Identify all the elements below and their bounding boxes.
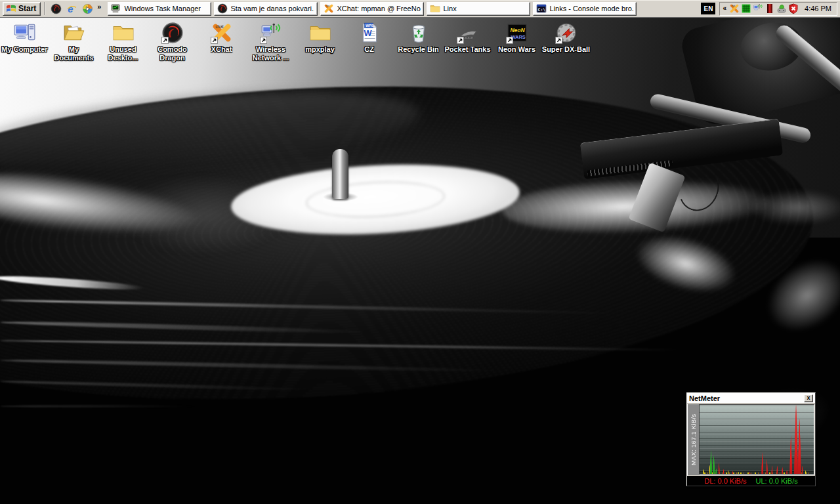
language-indicator[interactable]: EN [701,3,715,14]
super-dxball-icon [555,22,578,44]
comodo-dragon-icon [51,3,62,14]
netmeter-upload-label: UL: 0.0 KiB/s [756,477,798,485]
windows-logo-icon [6,3,16,14]
desktop-icon-cz[interactable]: WPSWCZ [345,22,394,62]
task-button-windows-task-manager[interactable]: Windows Task Manager [108,2,211,16]
desktop-icon-row: My ComputerMy DocumentsUnused Deskto...C… [0,22,591,62]
desktop-icon-label: Unused Deskto... [99,45,148,62]
netmeter-close-button[interactable]: x [804,394,813,402]
folder-icon [112,22,135,44]
task-button-label: XChat: mpman @ FreeNo... [337,5,421,12]
desktop-icon-my-documents[interactable]: My Documents [49,22,98,62]
tonearm-cartridge [628,163,685,233]
wireless-icon [260,22,282,44]
security-shield-icon[interactable] [788,3,799,14]
netmeter-spike [713,455,715,474]
folder-icon [430,3,440,14]
wireless-icon[interactable] [753,3,763,14]
desktop-icon-comodo-dragon[interactable]: Comodo Dragon [148,22,197,62]
tonearm-pivot-knob [736,18,806,75]
shortcut-arrow-icon [555,37,562,44]
svg-text:NeoN: NeoN [510,27,525,33]
taskbar-clock[interactable]: 4:46 PM [805,5,831,12]
task-button-links-console-mode-bro[interactable]: C:\Links - Console mode bro... [533,2,637,16]
spindle-shadow [323,192,358,201]
desktop-icon-neon-wars[interactable]: NeoNWARSNeon Wars [492,22,541,62]
desktop-icon-label: CZ [364,45,374,54]
my-documents-icon [63,22,85,44]
comodo-dragon-icon [161,22,184,44]
netmeter-download-label: DL: 0.0 KiB/s [704,477,746,485]
comodo-vert-icon[interactable] [765,3,775,14]
desktop-icon-xchat[interactable]: chatXChat [197,22,246,62]
vinyl-highlight-left [0,162,206,247]
tonearm-headshell [580,119,784,180]
desktop-icon-label: mpxplay [305,45,335,54]
desktop-icon-mpxplay[interactable]: mpxplay [295,22,345,62]
svg-text:chat: chat [326,5,330,7]
platter-band [0,380,315,392]
desktop-icon-label: Neon Wars [498,45,536,54]
netmeter-footer: DL: 0.0 KiB/s UL: 0.0 KiB/s [687,476,815,486]
platter-band [0,358,499,373]
game-green-icon[interactable] [776,3,787,14]
tonearm-wire [673,160,725,217]
netmeter-spike [797,418,802,474]
desktop-icon-label: Super DX-Ball [542,45,590,54]
system-tray: « chat 4:46 PM [719,2,837,16]
desktop-icon-wireless-network[interactable]: Wireless Network ... [246,22,295,62]
shortcut-arrow-icon [211,37,218,44]
vinyl-label [230,158,522,242]
shortcut-arrow-icon [260,37,267,44]
netmeter-spike [793,404,799,474]
vinyl-record-edge [0,77,422,189]
pocket-tanks-icon [457,22,479,44]
netmeter-title: NetMeter [689,394,720,402]
vinyl-blur-zone [118,175,289,254]
desktop-icon-recycle-bin[interactable]: Recycle Bin [394,22,443,62]
platter-band [0,320,368,335]
netmeter-body: MAX: 167.1 KiB/s [688,404,814,475]
task-manager-icon [111,3,121,14]
folder-icon [309,22,331,44]
desktop-icon-unused-deskto[interactable]: Unused Deskto... [98,22,148,62]
start-button[interactable]: Start [3,2,41,16]
desktop-icon-pocket-tanks[interactable]: Pocket Tanks [443,22,492,62]
tonearm-tube-lower [649,93,812,144]
task-button-linx[interactable]: Linx [427,2,530,16]
desktop-icon-my-computer[interactable]: My Computer [0,22,49,62]
quick-launch-overflow-button[interactable]: » [96,3,103,14]
svg-text:e: e [68,3,73,14]
netmeter-max-label: MAX: 167.1 KiB/s [688,404,699,475]
start-button-label: Start [18,4,36,13]
vinyl-highlight-far-right [748,190,840,225]
media-player-quicklaunch-button[interactable] [80,2,94,15]
xchat-icon[interactable]: chat [729,3,740,14]
tray-collapse-button[interactable]: « [723,5,728,13]
recycle-bin-icon [408,22,430,44]
svg-text:WPS: WPS [366,24,374,28]
task-button-label: Windows Task Manager [124,5,201,12]
desktop-icon-label: XChat [211,45,232,54]
netmeter-grid-icon[interactable] [741,3,751,14]
desktop[interactable]: My ComputerMy DocumentsUnused Deskto...C… [0,18,840,504]
desktop-icon-label: Comodo Dragon [148,45,197,62]
netmeter-window[interactable]: NetMeter x MAX: 167.1 KiB/s DL: 0.0 KiB/… [686,392,816,486]
desktop-icon-label: Pocket Tanks [444,45,490,54]
quick-launch: e [49,2,94,15]
desktop-icon-super-dx-ball[interactable]: Super DX-Ball [541,22,591,62]
shortcut-arrow-icon [506,37,513,44]
netmeter-titlebar[interactable]: NetMeter x [687,393,815,404]
internet-explorer-icon: e [66,3,77,14]
task-button-sta-vam-je-danas-pokvari[interactable]: Sta vam je danas pokvari... [214,2,318,16]
tonearm-pivot [679,18,840,128]
shortcut-arrow-icon [161,37,169,44]
xchat-icon: chat [211,22,233,44]
internet-explorer-quicklaunch-button[interactable]: e [64,2,79,15]
platter-band [0,405,197,408]
media-player-icon [82,3,93,14]
task-button-xchat-mpman-freeno[interactable]: chatXChat: mpman @ FreeNo... [320,2,424,16]
netmeter-spike [789,436,793,474]
wps-document-icon: WPSW [358,22,381,44]
comodo-dragon-quicklaunch-button[interactable] [49,2,63,15]
